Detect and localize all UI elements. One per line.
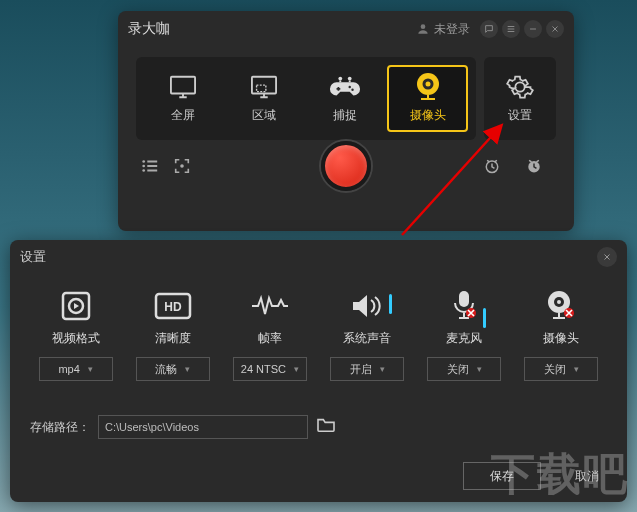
settings-titlebar: 设置	[10, 240, 627, 274]
col-label: 视频格式	[52, 330, 100, 347]
col-label: 摄像头	[543, 330, 579, 347]
region-icon	[249, 73, 279, 101]
svg-point-26	[557, 300, 561, 304]
settings-title: 设置	[20, 248, 46, 266]
svg-rect-3	[256, 85, 265, 91]
select-fps[interactable]: 24 NTSC	[233, 357, 307, 381]
path-row: 存储路径： C:\Users\pc\Videos	[10, 389, 627, 439]
close-icon	[602, 252, 612, 262]
minimize-button[interactable]	[524, 20, 542, 38]
settings-close-button[interactable]	[597, 247, 617, 267]
svg-text:HD: HD	[164, 300, 182, 314]
svg-point-10	[425, 82, 430, 87]
watermark: 下载吧	[491, 445, 629, 504]
mic-off-icon	[449, 292, 479, 320]
waveform-icon	[250, 292, 290, 320]
svg-point-11	[142, 160, 145, 163]
mode-label: 全屏	[171, 107, 195, 124]
mode-label: 区域	[252, 107, 276, 124]
list-button[interactable]	[138, 154, 162, 178]
svg-point-6	[348, 86, 350, 88]
chat-icon	[484, 24, 494, 34]
gear-icon	[506, 73, 534, 101]
svg-point-4	[338, 77, 342, 81]
mode-region[interactable]: 区域	[225, 65, 302, 132]
svg-point-0	[421, 24, 426, 29]
select-camera[interactable]: 关闭	[524, 357, 598, 381]
mode-capture[interactable]: 捕捉	[306, 65, 383, 132]
mode-fullscreen[interactable]: 全屏	[144, 65, 221, 132]
mode-label: 摄像头	[410, 107, 446, 124]
col-fps: 帧率 24 NTSC	[224, 292, 315, 381]
webcam-icon	[414, 73, 442, 101]
gamepad-icon	[329, 73, 361, 101]
mode-camera[interactable]: 摄像头	[387, 65, 468, 132]
svg-point-14	[180, 164, 184, 168]
browse-folder-button[interactable]	[316, 417, 336, 437]
svg-point-13	[142, 169, 145, 172]
col-mic: 麦克风 关闭	[419, 292, 510, 381]
speaker-icon	[349, 292, 385, 320]
settings-grid: 视频格式 mp4 HD 清晰度 流畅 帧率 24 NTSC 系统声音 开启	[10, 274, 627, 389]
svg-point-12	[142, 165, 145, 168]
col-label: 麦克风	[446, 330, 482, 347]
record-button[interactable]	[321, 141, 371, 191]
app-title: 录大咖	[128, 20, 170, 38]
list-icon	[141, 158, 159, 174]
clock-icon	[525, 157, 543, 175]
play-square-icon	[59, 292, 93, 320]
minimize-icon	[528, 24, 538, 34]
menu-icon	[506, 24, 516, 34]
focus-button[interactable]	[170, 154, 194, 178]
select-mic[interactable]: 关闭	[427, 357, 501, 381]
mode-group: 全屏 区域 捕捉 摄像头	[136, 57, 476, 140]
titlebar: 录大咖 未登录	[118, 11, 574, 47]
user-login-chip[interactable]: 未登录	[416, 21, 470, 38]
svg-rect-1	[170, 77, 194, 94]
menu-button[interactable]	[502, 20, 520, 38]
user-status: 未登录	[434, 21, 470, 38]
settings-tile[interactable]: 设置	[484, 57, 556, 140]
col-system-sound: 系统声音 开启	[322, 292, 413, 381]
schedule-button[interactable]	[522, 154, 546, 178]
path-input[interactable]: C:\Users\pc\Videos	[98, 415, 308, 439]
path-label: 存储路径：	[30, 419, 90, 436]
close-button[interactable]	[546, 20, 564, 38]
mode-label: 捕捉	[333, 107, 357, 124]
folder-icon	[316, 417, 336, 433]
recorder-window: 录大咖 未登录 全屏	[118, 11, 574, 231]
monitor-icon	[168, 73, 198, 101]
timer-button[interactable]	[480, 154, 504, 178]
col-label: 清晰度	[155, 330, 191, 347]
webcam-off-icon	[545, 292, 577, 320]
select-quality[interactable]: 流畅	[136, 357, 210, 381]
col-label: 系统声音	[343, 330, 391, 347]
feedback-button[interactable]	[480, 20, 498, 38]
select-video-format[interactable]: mp4	[39, 357, 113, 381]
close-icon	[550, 24, 560, 34]
alarm-icon	[483, 157, 501, 175]
select-system-sound[interactable]: 开启	[330, 357, 404, 381]
mode-row: 全屏 区域 捕捉 摄像头	[118, 47, 574, 140]
svg-rect-22	[459, 291, 469, 307]
col-label: 帧率	[258, 330, 282, 347]
col-quality: HD 清晰度 流畅	[127, 292, 218, 381]
settings-label: 设置	[508, 107, 532, 124]
col-camera: 摄像头 关闭	[516, 292, 607, 381]
user-icon	[416, 22, 430, 36]
svg-point-5	[347, 77, 351, 81]
col-video-format: 视频格式 mp4	[30, 292, 121, 381]
bottom-controls	[118, 140, 574, 178]
hd-icon: HD	[154, 292, 192, 320]
svg-point-7	[351, 89, 353, 91]
focus-icon	[173, 157, 191, 175]
